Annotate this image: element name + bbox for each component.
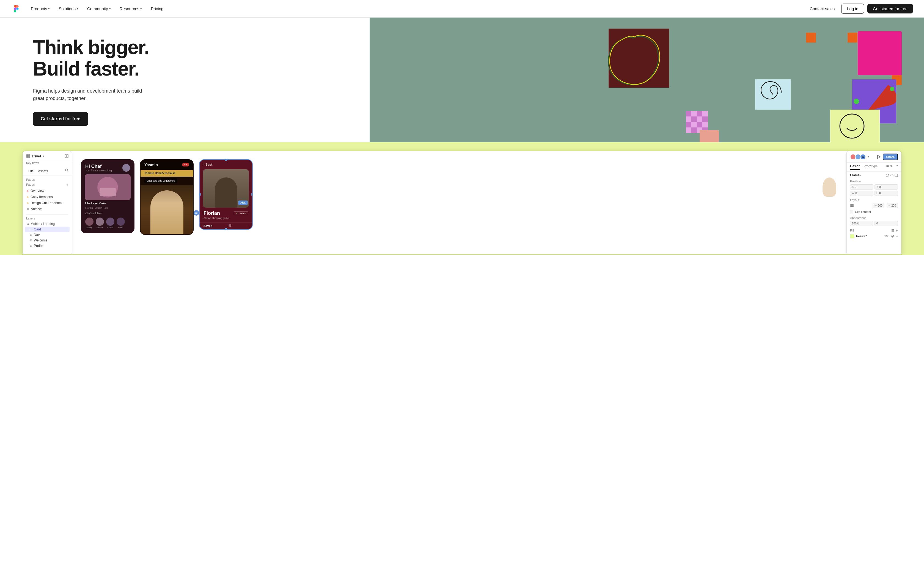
tab-prototype[interactable]: Prototype (864, 164, 878, 170)
selection-handle-bl (199, 228, 201, 230)
play-icon[interactable] (876, 154, 881, 159)
tab-assets[interactable]: Assets (36, 168, 50, 174)
share-button[interactable]: Share (883, 154, 898, 160)
page-copy-iterations[interactable]: ◈ Copy Iterations (25, 194, 70, 200)
svg-rect-7 (28, 156, 30, 158)
page-overview[interactable]: ◈ Overview (25, 188, 70, 194)
x-input[interactable]: X 0 (850, 184, 873, 190)
app-mockup-section: Trivet ▾ Key flows File Assets Pages Pag… (0, 142, 924, 255)
width-input[interactable]: W 200 (873, 203, 884, 208)
svg-rect-16 (850, 204, 854, 205)
svg-marker-12 (878, 155, 880, 158)
svg-point-13 (886, 174, 889, 176)
profile-back-button[interactable]: ‹ Back (200, 160, 252, 169)
nav-link-products[interactable]: Products ▾ (27, 4, 54, 13)
hero-section: Think bigger. Build faster. Figma helps … (0, 18, 924, 142)
frame-actions: </> (886, 173, 898, 177)
layer-group-mobile[interactable]: ⊞ Mobile / Landing (25, 221, 70, 227)
grid-icon: ⊞ (27, 222, 29, 225)
hero-content: Think bigger. Build faster. Figma helps … (0, 18, 154, 142)
nav-get-started-button[interactable]: Get started for free (867, 4, 913, 13)
svg-text:</>: </> (890, 174, 894, 177)
chef-name-yasmin: Yasmin (96, 226, 104, 229)
add-page-button[interactable]: + (66, 182, 69, 187)
y-input[interactable]: Y 0 (874, 184, 898, 190)
chef-name-evan: Evan (117, 226, 125, 229)
canvas-frame-hichef: Hi Chef Your friends are cooking Ube La (81, 159, 135, 233)
svg-rect-20 (893, 229, 894, 230)
profile-name-row: Florian ✓ Friends (200, 208, 252, 217)
grid-icon (26, 154, 30, 158)
page-archive[interactable]: ▦ Archive (25, 206, 70, 212)
tab-file[interactable]: File (26, 168, 36, 174)
page-icon: ▦ (27, 208, 29, 211)
layer-nav[interactable]: ⊞ Nav (25, 232, 70, 238)
grid-icon: ⊞ (30, 244, 32, 247)
chevron-down-icon: ▾ (77, 7, 78, 10)
position-section-label: Position (847, 178, 901, 184)
fill-color-swatch[interactable] (850, 234, 854, 238)
frame-section: Frame ▾ </> (847, 172, 901, 178)
selection-handle-tl (199, 159, 201, 161)
add-fill-button[interactable]: + (896, 229, 898, 232)
height-input[interactable]: H 200 (886, 203, 898, 208)
nav-left: Products ▾ Solutions ▾ Community ▾ Resou… (11, 4, 167, 14)
sidebar-logo-area: Trivet ▾ (26, 154, 44, 158)
fill-opacity-value: 100 (884, 235, 890, 238)
layout-section-label: Layout (847, 197, 901, 202)
svg-point-3 (840, 114, 864, 138)
svg-line-11 (68, 171, 68, 172)
svg-text:H: H (869, 40, 885, 66)
layer-profile[interactable]: ⊞ Profile (25, 243, 70, 248)
svg-point-2 (890, 87, 894, 91)
fill-grid-icon (891, 229, 895, 232)
layer-welcome[interactable]: ⊞ Welcome (25, 238, 70, 243)
opacity-input[interactable]: 100% (850, 221, 873, 226)
hero-get-started-button[interactable]: Get started for free (33, 112, 88, 126)
transform-icon (886, 173, 889, 177)
sidebar-filename[interactable]: Trivet (32, 154, 41, 158)
page-design-crit[interactable]: ◈ Design Crit Feedback (25, 200, 70, 206)
zoom-percentage[interactable]: 100% (885, 164, 893, 170)
sidebar-top: Trivet ▾ (23, 151, 72, 161)
profile-name: Florian (204, 211, 220, 216)
fill-visibility-icon[interactable] (891, 235, 894, 238)
panel-actions: Share (876, 154, 898, 160)
search-icon[interactable] (65, 168, 69, 174)
align-icon[interactable] (850, 203, 854, 208)
hero-subtitle: Figma helps design and development teams… (33, 87, 154, 102)
chef-name-charli: Charli (106, 226, 114, 229)
figma-logo (11, 4, 21, 14)
nav-link-solutions[interactable]: Solutions ▾ (55, 4, 82, 13)
sidebar-page-subtitle: Key flows (23, 161, 72, 166)
back-arrow-icon: ‹ (204, 163, 205, 166)
clip-checkbox[interactable] (850, 210, 854, 214)
nav-link-pricing[interactable]: Pricing (147, 4, 167, 13)
tab-design[interactable]: Design (850, 164, 860, 170)
login-button[interactable]: Log in (841, 4, 864, 14)
h-input[interactable]: H 0 (874, 191, 898, 196)
remove-fill-button[interactable]: − (896, 234, 898, 238)
corner-radius-input[interactable]: 0 (874, 221, 898, 226)
salmon-rectangle (700, 130, 719, 142)
chevron-down-icon: ▾ (868, 155, 869, 158)
layout-icon (64, 154, 69, 158)
nav-link-resources[interactable]: Resources ▾ (116, 4, 146, 13)
contact-sales-link[interactable]: Contact sales (806, 4, 838, 13)
position-inputs: X 0 Y 0 W 0 H 0 (847, 184, 901, 197)
clip-content-label: Clip content (855, 210, 871, 214)
w-input[interactable]: W 0 (850, 191, 873, 196)
fill-hex-value[interactable]: E4FF97 (856, 235, 883, 238)
nav-right: Contact sales Log in Get started for fre… (806, 4, 913, 14)
video-username: Yasmin (144, 163, 158, 167)
nav-link-community[interactable]: Community ▾ (83, 4, 115, 13)
fill-layout-icons: + (891, 229, 898, 232)
app-canvas: Hi Chef Your friends are cooking Ube La (75, 151, 843, 254)
svg-rect-21 (891, 230, 892, 232)
layers-section-label: Layers (26, 217, 35, 220)
fill-section: Fill + (847, 227, 901, 233)
clip-content-row: Clip content (847, 209, 901, 215)
svg-point-10 (66, 169, 68, 171)
layer-card[interactable]: ◇ Card (25, 227, 70, 232)
panel-tabs: Design Prototype 100% ▾ (847, 163, 901, 172)
